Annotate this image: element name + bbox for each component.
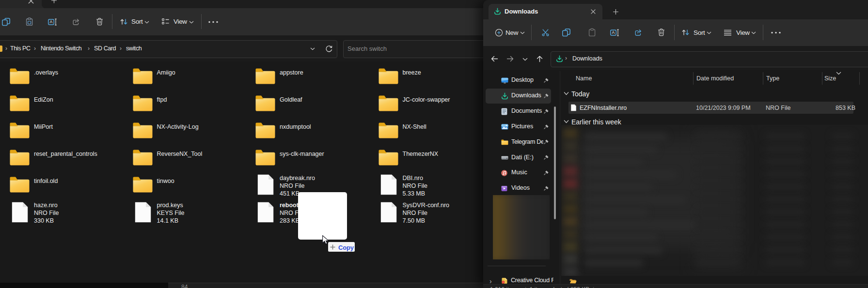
svg-text:A: A bbox=[612, 30, 615, 35]
svg-text:A: A bbox=[50, 19, 53, 24]
